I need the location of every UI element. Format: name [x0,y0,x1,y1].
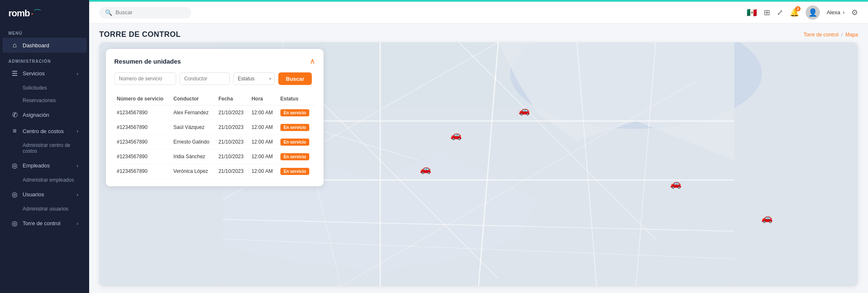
chevron-down-icon: › [77,192,78,197]
grid-view-button[interactable]: ⊞ [764,8,770,17]
home-icon: ⌂ [11,41,18,49]
col-header-hora: Hora [249,93,278,105]
cell-conductor: Iridia Sánchez [171,149,216,164]
sidebar-item-label: Torre de control [23,220,60,226]
col-header-service: Número de servicio [114,93,171,105]
empleados-icon: ◎ [11,162,18,170]
topbar: 🔍 🇲🇽 ⊞ ⤢ 🔔 2 👤 Alexa › ⚙ [89,0,868,23]
cell-hora: 12:00 AM [249,135,278,149]
chevron-down-icon: › [77,163,78,168]
sidebar-item-costos[interactable]: ≡ Centro de costos › [3,123,87,139]
sidebar-item-label: Usuarios [23,191,44,198]
panel-header: Resumen de unidades ∧ [114,57,315,66]
cell-service: #1234567890 [114,149,171,164]
breadcrumb-home: Torre de control [804,32,838,38]
table-row: #1234567890 Verónica López 21/10/2023 12… [114,164,315,179]
cell-hora: 12:00 AM [249,149,278,164]
summary-panel: Resumen de unidades ∧ Estatus En servici… [106,49,324,186]
conductor-input[interactable] [180,72,230,85]
cell-service: #1234567890 [114,135,171,149]
cell-hora: 12:00 AM [249,105,278,120]
page-header: TORRE DE CONTROL Torre de control / Mapa [89,23,868,42]
status-badge: En servicio [280,168,309,175]
cell-estatus: En servicio [278,149,315,164]
col-header-estatus: Estatus [278,93,315,105]
cell-estatus: En servicio [278,135,315,149]
cell-hora: 12:00 AM [249,120,278,135]
status-badge: En servicio [280,139,309,146]
sidebar-item-asignacion[interactable]: ✆ Asignación [3,107,87,123]
map-wrapper: 🚗 🚗 🚗 🚗 🚗 Resumen de unidades ∧ Estatus [99,42,858,286]
menu-section-label: MENÚ [0,25,89,37]
car-icon-1: 🚗 [519,105,530,116]
sidebar-item-solicitudes[interactable]: Solicitudes [3,82,87,94]
logo: romb · ⁀ [0,0,89,25]
settings-button[interactable]: ⚙ [851,8,858,17]
cell-fecha: 21/10/2023 [216,120,249,135]
car-icon-2: 🚗 [450,130,462,141]
services-table: Número de servicio Conductor Fecha Hora … [114,93,315,179]
search-icon: 🔍 [105,9,112,16]
search-input[interactable] [116,9,182,15]
col-header-fecha: Fecha [216,93,249,105]
cell-conductor: Alex Fernandez [171,105,216,120]
breadcrumb-current: Mapa [845,32,858,38]
sidebar-item-admin-empleados[interactable]: Administrar empleados [3,174,87,186]
search-box[interactable]: 🔍 [99,7,191,18]
cell-fecha: 21/10/2023 [216,105,249,120]
sidebar-item-label: Asignación [23,112,49,118]
sidebar-item-usuarios[interactable]: ◎ Usuarios › [3,187,87,202]
asignacion-icon: ✆ [11,111,18,119]
sidebar-item-admin-costos[interactable]: Administrar centro de costos [3,139,87,157]
cell-estatus: En servicio [278,164,315,179]
flag-icon[interactable]: 🇲🇽 [747,8,757,18]
sidebar-item-dashboard[interactable]: ⌂ Dashboard [3,38,87,53]
cell-estatus: En servicio [278,105,315,120]
fullscreen-button[interactable]: ⤢ [777,8,783,17]
table-row: #1234567890 Ernesto Galindo 21/10/2023 1… [114,135,315,149]
car-icon-3: 🚗 [420,164,431,175]
sidebar-item-empleados[interactable]: ◎ Empleados › [3,158,87,173]
cell-service: #1234567890 [114,164,171,179]
filter-row: Estatus En servicio Libre Fuera de servi… [114,72,315,85]
sidebar-item-label: Centro de costos [23,128,64,134]
cell-fecha: 21/10/2023 [216,164,249,179]
notifications-button[interactable]: 🔔 2 [790,8,799,17]
sidebar-item-admin-usuarios[interactable]: Administrar usuarios [3,203,87,215]
sidebar-item-label: Dashboard [23,42,49,49]
sidebar-item-reservaciones[interactable]: Reservaciones [3,95,87,106]
car-icon-4: 🚗 [670,178,681,189]
table-row: #1234567890 Iridia Sánchez 21/10/2023 12… [114,149,315,164]
status-badge: En servicio [280,124,309,131]
status-select-wrap: Estatus En servicio Libre Fuera de servi… [233,72,275,85]
sidebar-item-label: Empleados [23,162,50,169]
sidebar-item-servicios[interactable]: ☰ Servicios › [3,66,87,81]
cell-estatus: En servicio [278,120,315,135]
buscar-button[interactable]: Buscar [278,72,312,85]
table-row: #1234567890 Saúl Vázquez 21/10/2023 12:0… [114,120,315,135]
cell-service: #1234567890 [114,105,171,120]
costos-icon: ≡ [11,127,18,135]
collapse-button[interactable]: ∧ [310,57,315,66]
chevron-down-icon: › [77,129,78,134]
cell-hora: 12:00 AM [249,164,278,179]
table-row: #1234567890 Alex Fernandez 21/10/2023 12… [114,105,315,120]
chevron-down-icon: › [77,221,78,226]
status-badge: En servicio [280,109,309,116]
user-name: Alexa [827,9,840,15]
content-area: TORRE DE CONTROL Torre de control / Mapa [89,23,868,293]
user-menu-button[interactable]: Alexa › [827,9,845,15]
status-select[interactable]: Estatus En servicio Libre Fuera de servi… [233,72,275,85]
sidebar-item-torre[interactable]: ◎ Torre de control › [3,216,87,231]
cell-conductor: Ernesto Galindo [171,135,216,149]
panel-title: Resumen de unidades [114,58,181,65]
service-number-input[interactable] [114,72,176,85]
notification-badge: 2 [795,6,801,11]
cell-conductor: Verónica López [171,164,216,179]
cell-service: #1234567890 [114,120,171,135]
cell-conductor: Saúl Vázquez [171,120,216,135]
topbar-right: 🇲🇽 ⊞ ⤢ 🔔 2 👤 Alexa › ⚙ [747,5,858,20]
admin-section-label: ADMINISTRACIÓN [0,53,89,65]
cell-fecha: 21/10/2023 [216,149,249,164]
car-icon-5: 🚗 [761,213,773,224]
